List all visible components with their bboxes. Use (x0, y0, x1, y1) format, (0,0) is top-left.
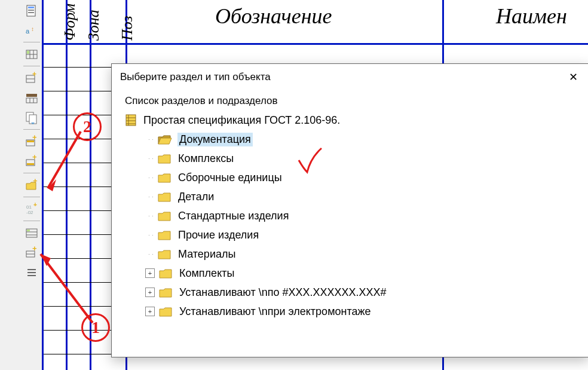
tree-item[interactable]: · ·Стандартные изделия (125, 206, 575, 225)
tree-item-label: Устанавливают \nпо #XXX.XXXXXX.XXX# (177, 286, 388, 299)
folder-icon (157, 133, 173, 145)
svg-text:a: a (26, 27, 30, 35)
svg-rect-14 (26, 94, 37, 97)
svg-rect-2 (28, 10, 34, 11)
tool-block-add-icon[interactable]: + (22, 132, 41, 151)
toolbar-left-1 (0, 0, 22, 370)
folder-icon (158, 286, 173, 298)
tree-connector: · · (145, 234, 157, 236)
tool-folder-add-icon[interactable]: + (22, 176, 41, 194)
dialog-title: Выберите раздел и тип объекта (120, 71, 271, 83)
spec-root-icon (125, 114, 137, 127)
svg-text:+: + (32, 72, 36, 78)
tree-item-label: Прочие изделия (176, 228, 261, 242)
tree-item-label: Комплексы (176, 152, 235, 166)
col-header-pos: Поз (118, 16, 136, 41)
tree-root[interactable]: Простая спецификация ГОСТ 2.106-96. (125, 111, 575, 130)
close-button[interactable]: ✕ (560, 66, 586, 88)
folder-icon (157, 248, 172, 260)
dialog-titlebar[interactable]: Выберите раздел и тип объекта ✕ (112, 64, 588, 90)
svg-rect-1 (28, 7, 34, 8)
tree-connector: · · (145, 196, 157, 198)
svg-rect-33 (27, 230, 30, 231)
tree-item-label: Устанавливают \nпри электромонтаже (177, 305, 373, 319)
toolbar-separator (23, 173, 40, 173)
svg-text:-02: -02 (26, 210, 33, 215)
toolbar-separator (23, 221, 40, 221)
tree-item-label: Комплекты (177, 267, 236, 280)
tool-num-icon[interactable]: 01-02+ (22, 200, 41, 218)
tree-item[interactable]: · ·Комплексы (125, 149, 575, 168)
svg-text:+: + (33, 203, 37, 208)
tool-page-icon[interactable] (22, 1, 41, 20)
toolbar-left-2: a↕ + + + + 01-02+ + (21, 0, 42, 370)
tool-pageswap-icon[interactable] (22, 108, 41, 127)
tree-item-label: Стандартные изделия (176, 209, 290, 223)
close-icon: ✕ (569, 71, 578, 84)
col-header-zone: Зона (85, 10, 103, 41)
tree-root-label: Простая спецификация ГОСТ 2.106-96. (142, 114, 342, 127)
svg-rect-24 (27, 163, 34, 165)
svg-text:↕: ↕ (31, 26, 34, 32)
svg-rect-19 (29, 115, 36, 124)
tree-connector: · · (145, 139, 157, 140)
tree-item[interactable]: +Устанавливают \nпри электромонтаже (125, 302, 575, 321)
tool-list-icon[interactable] (22, 263, 41, 282)
svg-text:+: + (32, 155, 37, 161)
folder-icon (158, 305, 173, 317)
folder-icon (157, 191, 172, 203)
svg-text:+: + (32, 135, 37, 142)
svg-rect-3 (28, 12, 34, 13)
svg-rect-10 (27, 51, 29, 54)
tool-gridplus-icon[interactable]: + (22, 69, 41, 87)
select-section-dialog: Выберите раздел и тип объекта ✕ Список р… (111, 63, 588, 357)
tree-connector: · · (145, 215, 157, 217)
tree-item-label: Сборочные единицы (176, 171, 284, 185)
toolbar-separator (23, 66, 40, 66)
toolbar-separator (23, 129, 40, 130)
tool-block-add2-icon[interactable]: + (22, 152, 41, 170)
svg-text:+: + (33, 179, 38, 185)
annotation-1: 1 (81, 313, 110, 342)
list-label: Список разделов и подразделов (125, 95, 575, 107)
tree-item[interactable]: +Устанавливают \nпо #XXX.XXXXXX.XXX# (125, 283, 575, 302)
expand-toggle[interactable]: + (145, 307, 155, 316)
col-header-name: Наимен (496, 4, 567, 29)
tree-item-label: Детали (176, 190, 216, 204)
folder-icon (157, 229, 172, 241)
expand-toggle[interactable]: + (145, 288, 155, 297)
svg-text:01: 01 (26, 204, 32, 210)
section-tree[interactable]: Простая спецификация ГОСТ 2.106-96. · ·Д… (125, 111, 575, 321)
folder-icon (158, 267, 173, 279)
expand-toggle[interactable]: + (145, 268, 155, 278)
tree-connector: · · (145, 177, 157, 179)
tree-connector: · · (145, 158, 157, 160)
tree-item[interactable]: · ·Прочие изделия (125, 225, 575, 244)
tree-connector: · · (145, 253, 157, 255)
tool-table2-icon[interactable] (22, 224, 41, 242)
tree-item[interactable]: · ·Сборочные единицы (125, 168, 575, 187)
tree-item-label: Документация (177, 133, 253, 146)
folder-icon (157, 172, 172, 184)
col-header-designation: Обозначение (215, 4, 332, 29)
tool-row-add-icon[interactable]: + (22, 243, 41, 262)
tool-table-icon[interactable] (22, 88, 41, 107)
tree-item[interactable]: · ·Документация (125, 130, 575, 149)
toolbar-separator (23, 197, 40, 197)
folder-icon (157, 210, 172, 222)
folder-icon (157, 152, 172, 164)
annotation-2: 2 (73, 112, 102, 141)
tool-grid-icon[interactable] (22, 45, 41, 63)
tree-item-label: Материалы (176, 247, 237, 261)
tree-item[interactable]: · ·Материалы (125, 244, 575, 264)
toolbar-separator (23, 42, 40, 42)
svg-rect-15 (26, 98, 37, 103)
tool-wizard-icon[interactable]: a↕ (22, 21, 41, 39)
col-header-format: Форм (61, 4, 79, 41)
svg-text:+: + (32, 246, 37, 253)
tree-item[interactable]: · ·Детали (125, 187, 575, 206)
tree-item[interactable]: +Комплекты (125, 264, 575, 283)
